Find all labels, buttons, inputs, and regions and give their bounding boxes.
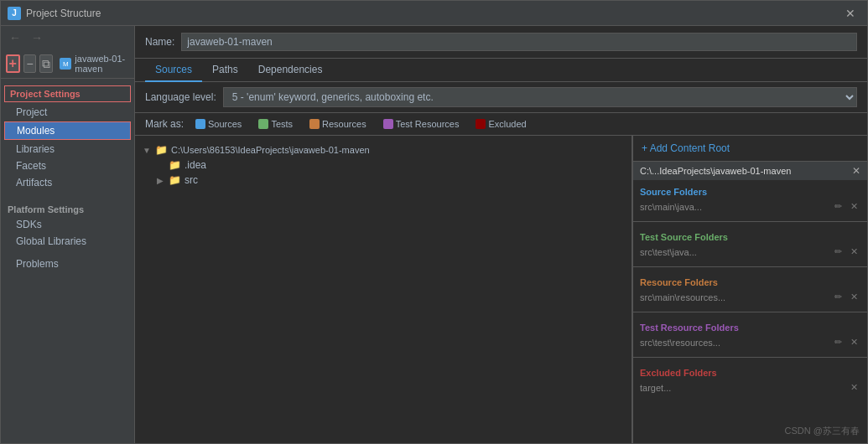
app-icon: J [8,7,21,20]
language-level-select[interactable]: 5 - 'enum' keyword, generics, autoboxing… [223,87,857,107]
module-icon: M [60,58,71,70]
test-resource-folder-actions: ✏ ✕ [832,336,860,348]
sidebar-item-artifacts[interactable]: Artifacts [1,174,134,191]
mark-resources-button[interactable]: Resources [304,117,372,131]
test-resource-folder-entry-0: src\test\resources... ✏ ✕ [640,334,860,350]
content-root-header: C:\...IdeaProjects\javaweb-01-maven ✕ [633,162,867,180]
sidebar-item-sdks[interactable]: SDKs [1,216,134,233]
test-source-folders-title: Test Source Folders [640,229,860,244]
divider-3 [633,312,867,312]
divider-4 [633,357,867,358]
sidebar-item-modules[interactable]: Modules [4,121,131,140]
test-source-folder-actions: ✏ ✕ [832,245,860,258]
excluded-folders-section: Excluded Folders target... ✕ [633,361,867,399]
name-label: Name: [145,36,174,48]
resource-folder-entry-0: src\main\resources... ✏ ✕ [640,289,860,305]
remove-module-button[interactable]: − [23,54,37,73]
tab-sources[interactable]: Sources [145,59,202,82]
source-folders-title: Source Folders [640,183,860,199]
excluded-remove-button[interactable]: ✕ [848,381,860,394]
chevron-down-icon: ▼ [142,146,152,155]
resources-color-icon [309,119,320,129]
module-name-label: javaweb-01-maven [75,54,129,74]
window-title: Project Structure [26,8,840,19]
file-tree: ▼ 📁 C:\Users\86153\IdeaProjects\javaweb-… [135,136,632,443]
sidebar-item-facets[interactable]: Facets [1,157,134,174]
test-resource-folders-title: Test Resource Folders [640,319,860,334]
idea-folder-icon: 📁 [169,159,181,171]
nav-back-fwd: ← → [1,26,134,49]
test-source-folder-entry-0: src\test\java... ✏ ✕ [640,244,860,260]
add-module-button[interactable]: + [6,54,20,73]
detail-panel: Name: Sources Paths Dependencies Languag… [135,26,867,443]
tree-src-folder[interactable]: ▶ 📁 src [138,173,628,188]
titlebar: J Project Structure ✕ [1,1,867,26]
resource-edit-button[interactable]: ✏ [832,291,845,303]
tab-paths[interactable]: Paths [202,59,248,82]
platform-settings-header: Platform Settings [1,199,134,216]
sidebar-item-global-libraries[interactable]: Global Libraries [1,233,134,250]
source-folders-section: Source Folders src\main\java... ✏ ✕ [633,180,867,218]
src-chevron-icon: ▶ [155,176,165,185]
test-resources-color-icon [383,119,393,129]
divider-1 [633,221,867,222]
mark-as-bar: Mark as: Sources Tests Resources Test Re… [135,113,867,136]
project-settings-header: Project Settings [4,85,131,102]
back-button[interactable]: ← [6,29,24,46]
copy-module-button[interactable]: ⧉ [39,54,53,73]
content-root-close-button[interactable]: ✕ [852,165,860,177]
language-level-label: Language level: [145,91,216,103]
language-level-bar: Language level: 5 - 'enum' keyword, gene… [135,82,867,113]
tab-dependencies[interactable]: Dependencies [248,59,333,82]
divider-2 [633,266,867,267]
tree-root[interactable]: ▼ 📁 C:\Users\86153\IdeaProjects\javaweb-… [138,142,628,157]
sidebar: ← → + − ⧉ M javaweb-01-maven Project Set… [1,26,135,443]
add-content-root-button[interactable]: + Add Content Root [633,136,867,162]
sidebar-nav: Project Settings Project Modules Librari… [1,79,134,443]
test-resource-remove-button[interactable]: ✕ [848,336,860,348]
tabs-bar: Sources Paths Dependencies [135,59,867,82]
mark-test-resources-button[interactable]: Test Resources [378,117,465,131]
name-input[interactable] [181,33,857,51]
test-source-folders-section: Test Source Folders src\test\java... ✏ ✕ [633,225,867,263]
resource-folder-actions: ✏ ✕ [832,291,860,303]
name-row: Name: [135,26,867,59]
resource-folders-title: Resource Folders [640,274,860,289]
test-resource-edit-button[interactable]: ✏ [832,336,845,348]
watermark: CSDN @苏三有春 [785,425,860,437]
excluded-folders-title: Excluded Folders [640,364,860,379]
mark-sources-button[interactable]: Sources [190,117,247,131]
root-folder-icon: 📁 [155,144,168,156]
mark-as-label: Mark as: [145,118,184,130]
excluded-color-icon [476,119,486,129]
sidebar-item-libraries[interactable]: Libraries [1,141,134,157]
body-split: ▼ 📁 C:\Users\86153\IdeaProjects\javaweb-… [135,136,867,443]
source-folder-actions: ✏ ✕ [832,200,860,213]
content-root-panel: + Add Content Root C:\...IdeaProjects\ja… [632,136,867,443]
sidebar-toolbar: + − ⧉ M javaweb-01-maven [1,49,134,79]
mark-tests-button[interactable]: Tests [253,117,298,131]
test-source-edit-button[interactable]: ✏ [832,245,845,258]
source-edit-button[interactable]: ✏ [832,200,845,213]
close-button[interactable]: ✕ [840,5,860,22]
source-remove-button[interactable]: ✕ [848,200,860,213]
src-folder-icon: 📁 [169,174,181,186]
sidebar-item-project[interactable]: Project [1,104,134,121]
sources-color-icon [195,119,205,129]
mark-excluded-button[interactable]: Excluded [470,117,531,131]
sidebar-item-problems[interactable]: Problems [1,255,134,273]
source-folder-entry-0: src\main\java... ✏ ✕ [640,199,860,214]
resource-remove-button[interactable]: ✕ [848,291,860,303]
test-resource-folders-section: Test Resource Folders src\test\resources… [633,316,867,354]
excluded-folder-actions: ✕ [848,381,860,394]
test-source-remove-button[interactable]: ✕ [848,245,860,258]
tree-idea-folder[interactable]: 📁 .idea [138,157,628,173]
resource-folders-section: Resource Folders src\main\resources... ✏… [633,271,867,308]
excluded-folder-entry-0: target... ✕ [640,379,860,395]
tests-color-icon [258,119,268,129]
forward-button[interactable]: → [28,29,46,46]
